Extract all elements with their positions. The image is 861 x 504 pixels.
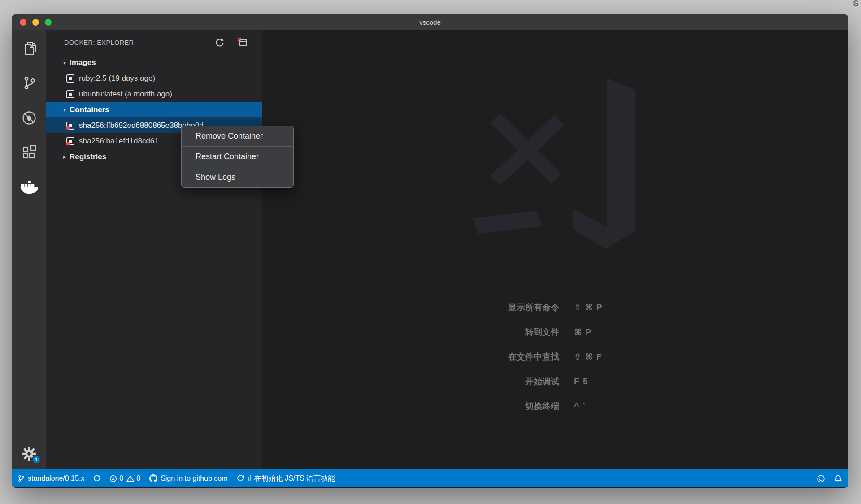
tree-item-ruby[interactable]: ruby:2.5 (19 days ago): [46, 70, 262, 86]
github-signin[interactable]: Sign in to github.com: [149, 474, 227, 482]
tree-label: sha256:ba1efd1d8cd61: [79, 137, 159, 146]
title-bar[interactable]: vscode: [12, 14, 848, 30]
sync-button[interactable]: [93, 475, 100, 482]
docker-whale-icon: [20, 180, 39, 196]
desktop: S vscode: [0, 0, 861, 504]
traffic-lights: [20, 14, 52, 30]
loading-sync-icon: [237, 475, 244, 482]
chevron-expanded-icon: ▾: [61, 107, 68, 113]
shortcut-keys: ⌘ P: [574, 327, 592, 337]
warning-count: 0: [136, 474, 140, 482]
docker-image-icon: [66, 90, 75, 99]
activity-bar: 1: [12, 30, 46, 469]
shortcut-label: 转到文件: [262, 326, 559, 338]
docker-explorer-panel: DOCKER: EXPLORER: [46, 30, 262, 469]
ts-language-label: 正在初始化 JS/TS 语言功能: [247, 474, 335, 483]
status-bar: standalone/0.15.x: [12, 469, 848, 487]
git-branch-icon: [18, 475, 25, 482]
notifications-button[interactable]: [834, 474, 842, 483]
bell-icon: [834, 474, 842, 483]
menu-item-remove-container[interactable]: Remove Container: [182, 126, 293, 146]
shortcut-label: 开始调试: [262, 376, 559, 387]
close-button[interactable]: [20, 19, 26, 26]
zoom-button[interactable]: [45, 19, 52, 26]
tree-label: ruby:2.5 (19 days ago): [79, 74, 155, 83]
shortcut-keys: ^ `: [574, 401, 586, 411]
shortcut-label: 显示所有命令: [262, 302, 559, 313]
desktop-overflow-text: S: [853, 0, 859, 9]
shortcut-row: 切换终端 ^ `: [262, 394, 848, 418]
tree-section-images[interactable]: ▾ Images: [46, 55, 262, 70]
tree-item-ubuntu[interactable]: ubuntu:latest (a month ago): [46, 86, 262, 102]
shortcut-keys: ⇧ ⌘ P: [574, 302, 603, 313]
docker-container-icon: [66, 137, 75, 146]
menu-item-show-logs[interactable]: Show Logs: [182, 167, 293, 187]
vscode-logo-watermark: [466, 72, 686, 274]
activity-debug-button[interactable]: [12, 100, 46, 135]
errors-group: 0: [109, 474, 123, 482]
shortcut-label: 在文件中查找: [262, 351, 559, 363]
feedback-button[interactable]: [817, 474, 825, 483]
sidebar-title: DOCKER: EXPLORER: [64, 39, 134, 46]
problems-status[interactable]: 0 0: [109, 474, 140, 482]
settings-badge: 1: [32, 455, 41, 464]
docker-container-icon: [66, 121, 75, 130]
shortcut-row: 在文件中查找 ⇧ ⌘ F: [262, 344, 848, 369]
error-count: 0: [119, 474, 123, 482]
sync-icon: [93, 475, 100, 482]
activity-docker-button[interactable]: [12, 170, 46, 205]
extensions-icon: [21, 144, 38, 161]
docker-image-icon: [66, 74, 75, 83]
window-title: vscode: [419, 18, 441, 26]
warning-icon: [126, 475, 134, 482]
shortcut-keys: ⇧ ⌘ F: [574, 352, 602, 362]
tree-label: Containers: [70, 105, 109, 114]
status-bar-right: [817, 474, 842, 483]
shortcut-label: 切换终端: [262, 400, 559, 412]
settings-button[interactable]: 1: [21, 446, 37, 462]
editor-area: 显示所有命令 ⇧ ⌘ P 转到文件 ⌘ P 在文件中查找 ⇧ ⌘ F 开始调试 …: [262, 30, 848, 469]
workbench: 1 DOCKER: EXPLORER: [12, 30, 848, 469]
vscode-window: vscode: [12, 14, 848, 488]
menu-item-restart-container[interactable]: Restart Container: [182, 147, 293, 167]
chevron-collapsed-icon: ▸: [61, 154, 68, 160]
tree-label: Images: [70, 58, 96, 67]
shortcut-row: 转到文件 ⌘ P: [262, 320, 848, 344]
git-branch-icon: [21, 74, 38, 91]
status-bar-left: standalone/0.15.x: [18, 474, 817, 483]
github-signin-label: Sign in to github.com: [161, 474, 227, 482]
minimize-button[interactable]: [32, 19, 39, 26]
shortcut-keys: F 5: [574, 377, 588, 387]
branch-status[interactable]: standalone/0.15.x: [18, 474, 84, 482]
debug-no-bug-icon: [21, 109, 38, 126]
shortcut-row: 显示所有命令 ⇧ ⌘ P: [262, 295, 848, 320]
context-menu: Remove Container Restart Container Show …: [181, 126, 294, 188]
error-icon: [109, 475, 117, 482]
smiley-icon: [817, 474, 825, 483]
activity-extensions-button[interactable]: [12, 135, 46, 170]
github-icon: [149, 474, 157, 482]
prune-container-icon[interactable]: [236, 36, 248, 48]
activity-explorer-button[interactable]: [12, 30, 46, 65]
activity-source-control-button[interactable]: [12, 65, 46, 100]
tree-label: Registries: [70, 152, 106, 161]
shortcut-row: 开始调试 F 5: [262, 369, 848, 394]
keyboard-shortcut-hints: 显示所有命令 ⇧ ⌘ P 转到文件 ⌘ P 在文件中查找 ⇧ ⌘ F 开始调试 …: [262, 295, 848, 418]
warnings-group: 0: [126, 474, 140, 482]
settings-area: 1: [12, 446, 46, 462]
chevron-expanded-icon: ▾: [61, 60, 68, 66]
branch-name: standalone/0.15.x: [28, 474, 84, 482]
files-icon: [21, 39, 38, 56]
sidebar-header: DOCKER: EXPLORER: [46, 30, 262, 55]
tree-section-containers[interactable]: ▾ Containers: [46, 102, 262, 117]
refresh-icon[interactable]: [215, 38, 225, 48]
ts-language-status[interactable]: 正在初始化 JS/TS 语言功能: [237, 474, 335, 483]
tree-label: ubuntu:latest (a month ago): [79, 90, 172, 99]
